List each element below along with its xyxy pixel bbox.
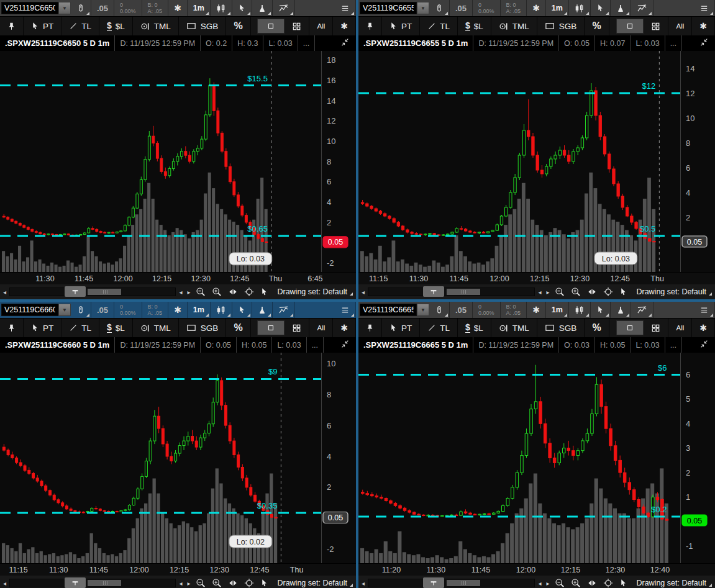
chart-scrollbar[interactable]	[9, 579, 176, 587]
symbol-dropdown-button[interactable]: ▼	[58, 2, 71, 14]
drawing-set-menu[interactable]: Drawing set: Default	[631, 579, 713, 587]
pointer-button[interactable]	[258, 579, 271, 587]
more-values[interactable]: ...	[307, 337, 324, 353]
maximize-panel-button[interactable]	[616, 19, 644, 34]
crosshair-button[interactable]	[242, 578, 257, 588]
time-level-tool-button[interactable]: TML	[491, 319, 537, 337]
symbol-dropdown-button[interactable]: ▼	[58, 304, 71, 316]
more-values[interactable]: ...	[665, 35, 682, 51]
step-right-button[interactable]: ▸	[544, 580, 551, 587]
timeframe-button[interactable]: 1m	[546, 302, 569, 318]
fit-width-button[interactable]	[225, 287, 240, 296]
pointer-button[interactable]	[617, 287, 630, 296]
price-level-tool-button[interactable]: $$L	[458, 17, 491, 35]
crosshair-button[interactable]	[601, 578, 616, 588]
drawing-settings-button[interactable]: ✱	[333, 17, 356, 35]
percent-tool-button[interactable]: %	[585, 17, 609, 35]
apply-all-button[interactable]: All	[668, 319, 692, 337]
trendline-tool-button[interactable]: TL	[61, 319, 99, 337]
grid-layout-button[interactable]	[644, 319, 668, 337]
patterns-button[interactable]	[631, 0, 654, 16]
step-left-button[interactable]: ◂	[177, 580, 184, 587]
cursor-tool-button[interactable]	[591, 302, 611, 318]
symbol-input[interactable]	[1, 2, 58, 14]
price-chart[interactable]: $15.5$0.6518161412108642-20.05Lo: 0.03	[0, 51, 356, 272]
time-level-tool-button[interactable]: TML	[133, 319, 179, 337]
sgb-tool-button[interactable]: SGB	[179, 17, 227, 35]
collapse-handle-button[interactable]	[65, 286, 86, 297]
cursor-tool-button[interactable]	[232, 302, 252, 318]
chart-canvas[interactable]: $9$0.35108642-20.05Lo: 0.02	[0, 353, 356, 563]
restore-chart-button[interactable]	[334, 337, 356, 353]
step-left-button[interactable]: ◂	[536, 289, 543, 296]
scroll-left-arrow[interactable]: ◂	[1, 289, 8, 296]
drawing-settings-button[interactable]: ✱	[333, 319, 356, 337]
sgb-tool-button[interactable]: SGB	[537, 17, 585, 35]
zoom-in-button[interactable]	[568, 578, 583, 588]
chart-type-button[interactable]	[211, 302, 232, 318]
drawing-set-menu[interactable]: Drawing set: Default	[631, 287, 713, 296]
apply-all-button[interactable]: All	[309, 319, 333, 337]
pointer-tool-button[interactable]: PT	[24, 17, 61, 35]
symbol-dropdown-button[interactable]: ▼	[417, 2, 429, 14]
price-chart[interactable]: $9$0.35108642-20.05Lo: 0.02	[0, 353, 356, 563]
maximize-panel-button[interactable]	[616, 320, 644, 335]
pointer-tool-button[interactable]: PT	[382, 319, 420, 337]
step-left-button[interactable]: ◂	[536, 580, 543, 587]
patterns-button[interactable]	[273, 302, 295, 318]
patterns-button[interactable]	[273, 0, 295, 16]
symbol-dropdown-button[interactable]: ▼	[417, 304, 429, 316]
chart-type-button[interactable]	[569, 0, 591, 16]
zoom-in-button[interactable]	[209, 578, 224, 588]
symbol-input[interactable]	[1, 304, 58, 316]
apply-all-button[interactable]: All	[668, 17, 692, 35]
pointer-tool-button[interactable]: PT	[24, 319, 61, 337]
trendline-tool-button[interactable]: TL	[420, 319, 458, 337]
chart-scrollbar[interactable]	[9, 287, 176, 296]
timeframe-button[interactable]: 1m	[546, 0, 569, 16]
scroll-left-arrow[interactable]: ◂	[360, 580, 367, 587]
price-chart[interactable]: $6$0.2654321-10.05	[358, 353, 715, 563]
chart-menu-button[interactable]	[335, 0, 356, 16]
price-level-tool-button[interactable]: $$L	[99, 17, 133, 35]
collapse-handle-button[interactable]	[423, 286, 444, 297]
collapse-handle-button[interactable]	[423, 577, 444, 588]
chart-settings-button[interactable]: ✱	[168, 302, 188, 318]
zoom-out-button[interactable]	[552, 287, 567, 297]
fit-width-button[interactable]	[585, 287, 599, 296]
chart-canvas[interactable]: $6$0.2654321-10.05	[358, 353, 715, 563]
scroll-left-arrow[interactable]: ◂	[1, 580, 8, 587]
chart-settings-button[interactable]: ✱	[168, 0, 188, 16]
chart-canvas[interactable]: $15.5$0.6518161412108642-20.05Lo: 0.03	[0, 51, 356, 272]
apply-all-button[interactable]: All	[309, 17, 333, 35]
zoom-out-button[interactable]	[193, 287, 208, 297]
percent-tool-button[interactable]: %	[226, 17, 250, 35]
zoom-out-button[interactable]	[193, 578, 208, 588]
order-tool-button[interactable]	[429, 0, 450, 16]
cursor-tool-button[interactable]	[232, 0, 252, 16]
fit-width-button[interactable]	[225, 579, 240, 587]
collapse-handle-button[interactable]	[65, 577, 86, 588]
drawing-settings-button[interactable]: ✱	[692, 319, 715, 337]
chart-menu-button[interactable]	[694, 0, 715, 16]
restore-chart-button[interactable]	[693, 337, 715, 353]
step-left-button[interactable]: ◂	[177, 289, 184, 296]
grid-layout-button[interactable]	[285, 319, 309, 337]
scroll-left-arrow[interactable]: ◂	[360, 289, 367, 296]
pin-toolbar-button[interactable]	[0, 17, 24, 35]
grid-layout-button[interactable]	[285, 17, 309, 35]
chart-menu-button[interactable]	[694, 302, 715, 318]
order-tool-button[interactable]	[71, 302, 91, 318]
time-level-tool-button[interactable]: TML	[133, 17, 179, 35]
pointer-button[interactable]	[258, 287, 271, 296]
cursor-tool-button[interactable]	[591, 0, 611, 16]
percent-tool-button[interactable]: %	[226, 319, 250, 337]
fit-width-button[interactable]	[585, 579, 599, 587]
zoom-out-button[interactable]	[552, 578, 567, 588]
scrollbar-thumb[interactable]	[88, 580, 121, 586]
studies-button[interactable]	[252, 0, 273, 16]
scrollbar-thumb[interactable]	[88, 289, 121, 295]
step-right-button[interactable]: ▸	[185, 289, 192, 296]
trendline-tool-button[interactable]: TL	[61, 17, 99, 35]
chart-canvas[interactable]: $12$0.514121086420.05Lo: 0.03	[358, 51, 715, 272]
